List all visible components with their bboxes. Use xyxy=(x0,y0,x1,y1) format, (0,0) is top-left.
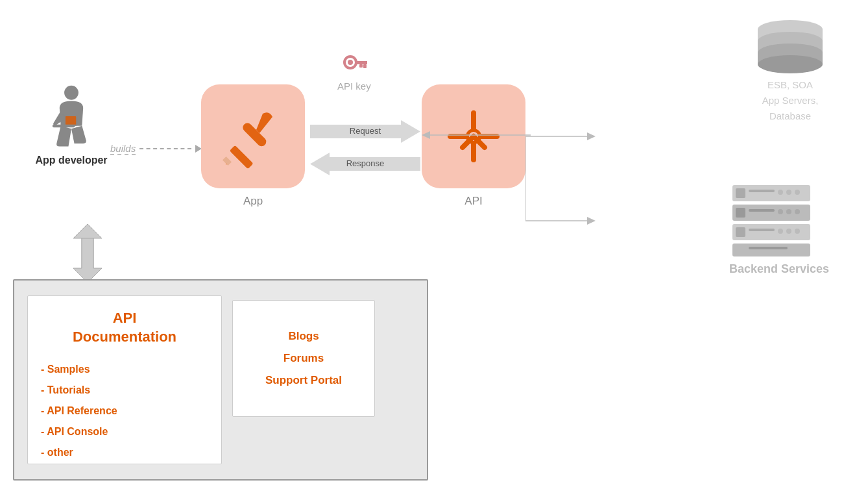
builds-text: builds xyxy=(110,143,136,154)
app-developer-section: App developer xyxy=(19,84,123,166)
svg-rect-52 xyxy=(749,229,775,231)
svg-rect-40 xyxy=(749,190,775,192)
api-docs-title: API Documentation xyxy=(41,309,208,346)
diagram-container: App developer builds App API key xyxy=(0,0,868,500)
response-arrow-container: Response xyxy=(310,153,420,175)
community-item-forums: Forums xyxy=(265,347,342,369)
tools-icon xyxy=(221,104,285,169)
svg-rect-48 xyxy=(786,209,791,214)
community-box: Blogs Forums Support Portal xyxy=(232,300,375,417)
svg-rect-10 xyxy=(355,61,367,64)
svg-rect-47 xyxy=(778,209,783,214)
esb-label: ESB, SOA App Servers, Database xyxy=(748,77,832,124)
svg-marker-27 xyxy=(587,217,596,225)
svg-marker-59 xyxy=(73,238,102,282)
double-arrow xyxy=(70,224,105,282)
svg-rect-3 xyxy=(66,116,76,125)
community-item-support: Support Portal xyxy=(265,369,342,392)
svg-point-0 xyxy=(64,86,78,100)
svg-rect-57 xyxy=(749,247,788,249)
dashed-line xyxy=(139,148,191,149)
person-icon xyxy=(45,84,97,149)
request-arrow-container: Request xyxy=(310,120,420,143)
svg-rect-5 xyxy=(230,145,254,169)
svg-rect-49 xyxy=(795,209,800,214)
svg-rect-18 xyxy=(471,142,476,162)
svg-rect-53 xyxy=(778,229,783,234)
backend-to-api-arrow xyxy=(420,129,531,142)
builds-line: builds xyxy=(110,143,202,154)
svg-rect-12 xyxy=(359,64,363,68)
response-label: Response xyxy=(310,158,420,168)
esb-section: ESB, SOA App Servers, Database xyxy=(748,16,832,124)
app-label: App xyxy=(221,195,285,208)
api-key-label: API key xyxy=(337,81,371,92)
svg-point-9 xyxy=(348,60,353,65)
svg-rect-55 xyxy=(795,229,800,234)
svg-rect-54 xyxy=(786,229,791,234)
docs-item-samples: - Samples xyxy=(41,359,208,380)
docs-item-api-console: - API Console xyxy=(41,421,208,442)
svg-rect-7 xyxy=(223,156,232,166)
svg-marker-24 xyxy=(587,132,596,140)
double-arrow-svg xyxy=(70,224,105,282)
app-developer-label: App developer xyxy=(35,155,107,166)
docs-item-api-reference: - API Reference xyxy=(41,401,208,421)
backend-label: Backend Services xyxy=(729,262,829,276)
api-key-section: API key xyxy=(337,52,371,92)
app-box xyxy=(201,84,305,188)
svg-point-37 xyxy=(758,55,823,73)
community-item-blogs: Blogs xyxy=(265,325,342,347)
svg-rect-46 xyxy=(749,209,775,212)
key-icon xyxy=(341,52,367,78)
developer-portal: API Documentation - Samples - Tutorials … xyxy=(13,279,428,481)
docs-item-other: - other xyxy=(41,442,208,463)
svg-rect-56 xyxy=(732,244,810,256)
svg-rect-39 xyxy=(736,188,745,198)
svg-rect-42 xyxy=(786,190,791,195)
community-items: Blogs Forums Support Portal xyxy=(265,325,342,392)
svg-rect-11 xyxy=(363,64,367,68)
svg-marker-30 xyxy=(422,131,430,139)
database-icon xyxy=(748,16,832,75)
docs-item-tutorials: - Tutorials xyxy=(41,380,208,401)
api-docs-items: - Samples - Tutorials - API Reference - … xyxy=(41,359,208,463)
svg-rect-41 xyxy=(778,190,783,195)
api-docs-box: API Documentation - Samples - Tutorials … xyxy=(27,295,222,464)
svg-rect-45 xyxy=(736,208,745,218)
server-icon xyxy=(729,182,814,260)
api-label: API xyxy=(441,195,506,208)
request-label: Request xyxy=(310,126,420,136)
connector-lines xyxy=(525,97,629,260)
backend-section: Backend Services xyxy=(729,182,829,276)
svg-rect-43 xyxy=(795,190,800,195)
svg-rect-51 xyxy=(736,227,745,237)
